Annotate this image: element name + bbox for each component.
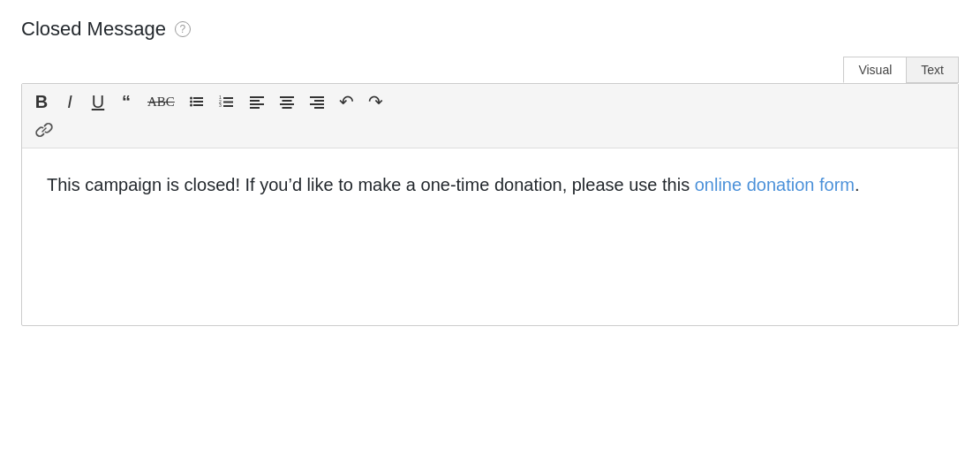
unordered-list-button[interactable] — [184, 89, 210, 114]
tab-visual[interactable]: Visual — [843, 57, 906, 83]
editor-container: B I U “ ABC — [21, 83, 959, 326]
svg-rect-14 — [250, 103, 264, 105]
toolbar-row-2 — [29, 118, 951, 142]
svg-rect-20 — [310, 96, 324, 98]
underline-button[interactable]: U — [86, 89, 110, 114]
svg-rect-16 — [280, 96, 294, 98]
strikethrough-button[interactable]: ABC — [142, 89, 180, 114]
page-header: Closed Message ? — [21, 18, 959, 41]
toolbar: B I U “ ABC — [22, 84, 958, 148]
svg-point-4 — [190, 104, 192, 107]
svg-rect-7 — [223, 97, 233, 99]
svg-rect-11 — [223, 105, 233, 107]
align-left-button[interactable] — [244, 89, 270, 114]
undo-button[interactable]: ↶ — [334, 89, 359, 114]
svg-rect-22 — [310, 103, 324, 105]
editor-wrapper: Visual Text B I U “ ABC — [21, 57, 959, 326]
svg-rect-9 — [223, 102, 233, 103]
svg-point-0 — [190, 97, 192, 100]
content-link[interactable]: online donation form — [695, 175, 855, 194]
redo-button[interactable]: ↷ — [363, 89, 388, 114]
italic-button[interactable]: I — [57, 89, 82, 114]
bold-button[interactable]: B — [29, 89, 54, 114]
link-button[interactable] — [29, 118, 59, 142]
svg-text:3: 3 — [219, 103, 222, 108]
editor-content[interactable]: This campaign is closed! If you’d like t… — [22, 148, 958, 325]
blockquote-button[interactable]: “ — [114, 89, 139, 114]
svg-rect-13 — [250, 100, 260, 102]
svg-rect-17 — [282, 100, 291, 102]
svg-rect-5 — [193, 104, 203, 106]
page-title: Closed Message — [21, 18, 166, 41]
align-center-button[interactable] — [274, 89, 300, 114]
toolbar-row-1: B I U “ ABC — [29, 89, 951, 114]
svg-rect-19 — [282, 107, 291, 109]
svg-rect-23 — [314, 107, 324, 109]
tab-text[interactable]: Text — [906, 57, 959, 83]
tab-bar: Visual Text — [21, 57, 959, 83]
content-text-before-link: This campaign is closed! If you’d like t… — [47, 175, 695, 194]
content-text-after-link: . — [855, 175, 860, 194]
ordered-list-button[interactable]: 1 2 3 — [214, 89, 240, 114]
svg-rect-1 — [193, 97, 203, 99]
svg-rect-3 — [193, 101, 203, 103]
svg-rect-18 — [280, 103, 294, 105]
svg-point-2 — [190, 101, 192, 103]
svg-rect-15 — [250, 107, 260, 109]
align-right-button[interactable] — [304, 89, 330, 114]
help-icon[interactable]: ? — [175, 21, 191, 37]
svg-rect-12 — [250, 96, 264, 98]
svg-rect-21 — [314, 100, 324, 102]
